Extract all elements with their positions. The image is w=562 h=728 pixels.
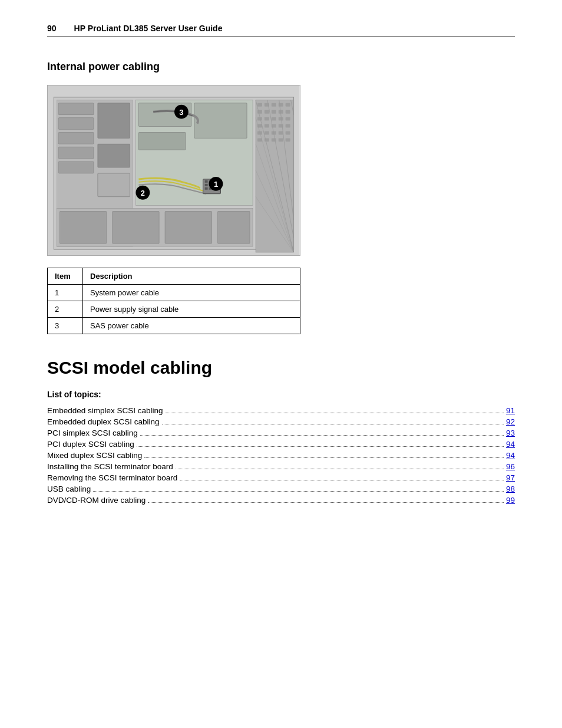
document-title: HP ProLiant DL385 Server User Guide bbox=[74, 24, 223, 33]
toc-page-number[interactable]: 96 bbox=[506, 462, 515, 471]
svg-rect-58 bbox=[257, 138, 262, 141]
scsi-heading: SCSI model cabling bbox=[47, 358, 515, 378]
svg-rect-10 bbox=[98, 173, 130, 197]
table-cell-item: 2 bbox=[48, 301, 83, 318]
list-item: Embedded duplex SCSI cabling92 bbox=[47, 417, 515, 426]
scsi-section: SCSI model cabling List of topics: Embed… bbox=[47, 358, 515, 505]
toc-item-label: Mixed duplex SCSI cabling bbox=[47, 451, 142, 460]
svg-rect-16 bbox=[205, 180, 208, 183]
svg-rect-33 bbox=[257, 103, 262, 107]
svg-rect-14 bbox=[194, 103, 247, 139]
page-header: 90 HP ProLiant DL385 Server User Guide bbox=[47, 24, 515, 37]
table-header-item: Item bbox=[48, 268, 83, 285]
toc-item-label: PCI simplex SCSI cabling bbox=[47, 429, 138, 437]
toc-list: Embedded simplex SCSI cabling91Embedded … bbox=[47, 406, 515, 505]
internal-cabling-section: Internal power cabling bbox=[47, 61, 515, 334]
list-item: USB cabling98 bbox=[47, 485, 515, 493]
list-item: Mixed duplex SCSI cabling94 bbox=[47, 451, 515, 460]
svg-rect-61 bbox=[279, 138, 283, 141]
svg-rect-39 bbox=[265, 110, 269, 114]
page-number: 90 bbox=[47, 24, 57, 33]
svg-rect-54 bbox=[265, 131, 269, 134]
table-row: 3SAS power cable bbox=[48, 318, 300, 334]
toc-item-label: USB cabling bbox=[47, 485, 91, 493]
table-header-description: Description bbox=[83, 268, 300, 285]
toc-dots bbox=[180, 480, 504, 480]
toc-dots bbox=[93, 491, 504, 492]
svg-rect-19 bbox=[205, 184, 208, 186]
svg-rect-46 bbox=[279, 117, 283, 121]
svg-rect-7 bbox=[58, 162, 94, 173]
toc-dots bbox=[140, 435, 504, 436]
toc-dots bbox=[176, 469, 504, 469]
svg-rect-62 bbox=[286, 138, 290, 141]
svg-rect-52 bbox=[286, 124, 290, 128]
svg-rect-65 bbox=[113, 212, 159, 244]
svg-rect-56 bbox=[279, 131, 283, 134]
svg-rect-8 bbox=[98, 103, 130, 139]
svg-rect-13 bbox=[138, 132, 185, 150]
svg-rect-4 bbox=[58, 118, 94, 130]
list-topics-label: List of topics: bbox=[47, 390, 515, 399]
svg-rect-50 bbox=[272, 124, 276, 128]
svg-rect-59 bbox=[265, 138, 269, 141]
toc-item-label: Installing the SCSI terminator board bbox=[47, 462, 173, 471]
svg-text:3: 3 bbox=[179, 108, 183, 117]
table-cell-description: SAS power cable bbox=[83, 318, 300, 334]
list-item: Removing the SCSI terminator board97 bbox=[47, 473, 515, 482]
toc-page-number[interactable]: 99 bbox=[506, 496, 515, 505]
toc-item-label: Embedded duplex SCSI cabling bbox=[47, 417, 160, 426]
svg-rect-48 bbox=[257, 124, 262, 128]
svg-rect-22 bbox=[205, 187, 208, 190]
table-row: 1System power cable bbox=[48, 285, 300, 301]
svg-rect-34 bbox=[265, 103, 269, 107]
svg-rect-42 bbox=[286, 110, 290, 114]
toc-dots bbox=[137, 446, 504, 447]
svg-rect-44 bbox=[265, 117, 269, 121]
toc-dots bbox=[144, 457, 504, 458]
svg-rect-47 bbox=[286, 117, 290, 121]
svg-rect-5 bbox=[58, 132, 94, 144]
svg-text:1: 1 bbox=[214, 180, 218, 189]
toc-item-label: Removing the SCSI terminator board bbox=[47, 473, 177, 482]
svg-rect-60 bbox=[272, 138, 276, 141]
svg-rect-57 bbox=[286, 131, 290, 134]
svg-rect-64 bbox=[59, 212, 106, 244]
svg-rect-40 bbox=[272, 110, 276, 114]
toc-page-number[interactable]: 93 bbox=[506, 429, 515, 437]
svg-rect-66 bbox=[165, 212, 211, 244]
table-cell-description: System power cable bbox=[83, 285, 300, 301]
svg-text:2: 2 bbox=[141, 189, 145, 197]
svg-rect-41 bbox=[279, 110, 283, 114]
server-illustration: 1 2 3 bbox=[48, 85, 300, 255]
toc-page-number[interactable]: 94 bbox=[506, 451, 515, 460]
table-cell-description: Power supply signal cable bbox=[83, 301, 300, 318]
toc-page-number[interactable]: 92 bbox=[506, 417, 515, 426]
svg-rect-36 bbox=[279, 103, 283, 107]
svg-rect-6 bbox=[58, 147, 94, 159]
svg-rect-45 bbox=[272, 117, 276, 121]
svg-rect-51 bbox=[279, 124, 283, 128]
toc-item-label: PCI duplex SCSI cabling bbox=[47, 440, 134, 449]
svg-rect-35 bbox=[272, 103, 276, 107]
list-item: PCI simplex SCSI cabling93 bbox=[47, 429, 515, 437]
svg-rect-43 bbox=[257, 117, 262, 121]
svg-rect-67 bbox=[217, 212, 250, 244]
toc-dots bbox=[162, 424, 504, 424]
toc-page-number[interactable]: 98 bbox=[506, 485, 515, 493]
list-item: DVD/CD-ROM drive cabling99 bbox=[47, 496, 515, 505]
toc-page-number[interactable]: 91 bbox=[506, 406, 515, 415]
toc-page-number[interactable]: 94 bbox=[506, 440, 515, 449]
toc-item-label: DVD/CD-ROM drive cabling bbox=[47, 496, 146, 505]
table-cell-item: 1 bbox=[48, 285, 83, 301]
svg-rect-38 bbox=[257, 110, 262, 114]
internal-cabling-heading: Internal power cabling bbox=[47, 61, 515, 73]
toc-dots bbox=[166, 413, 504, 413]
table-row: 2Power supply signal cable bbox=[48, 301, 300, 318]
toc-page-number[interactable]: 97 bbox=[506, 473, 515, 482]
cabling-diagram: 1 2 3 bbox=[47, 85, 300, 256]
table-cell-item: 3 bbox=[48, 318, 83, 334]
svg-rect-49 bbox=[265, 124, 269, 128]
svg-rect-9 bbox=[98, 144, 130, 167]
cable-table: Item Description 1System power cable2Pow… bbox=[47, 268, 300, 334]
